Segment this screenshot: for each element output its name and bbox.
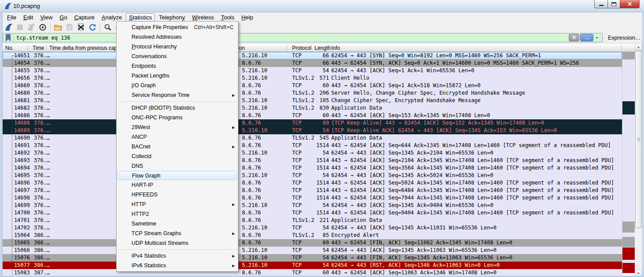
menu-item-ipv4-statistics[interactable]: IPv4 Statistics▶ bbox=[117, 251, 238, 261]
column-divider[interactable] bbox=[46, 45, 47, 50]
menu-view[interactable]: View bbox=[37, 13, 55, 22]
menu-help[interactable]: Help bbox=[238, 13, 256, 22]
menu-item-hpfeeds[interactable]: HPFEEDS bbox=[117, 190, 238, 199]
expression-button[interactable]: Expression… bbox=[603, 35, 644, 41]
menu-item-http[interactable]: HTTP▶ bbox=[117, 199, 238, 209]
packet-row-15066[interactable]: 15066386.…5.216.10TCP5462454 → 443 [ACK]… bbox=[3, 247, 622, 254]
column-info[interactable]: Info bbox=[331, 45, 340, 51]
menu-item-29west[interactable]: 29West▶ bbox=[117, 122, 238, 132]
packet-row-15076[interactable]: 15076386.…5.216.10TCP5462454 → 443 [FIN,… bbox=[3, 254, 622, 262]
packet-row-14689[interactable]: 14689376.…5.216.10TCP54[TCP Keep-Alive A… bbox=[3, 127, 622, 134]
scrollbar-thumb[interactable] bbox=[635, 51, 642, 228]
menu-item-collectd[interactable]: Collectd bbox=[117, 151, 238, 161]
filter-history-dropdown[interactable]: ▼ bbox=[593, 34, 600, 41]
menu-statistics[interactable]: Statistics bbox=[126, 13, 155, 22]
packet-row-14681[interactable]: 14681376.…5.216.10TLSv1.2105Change Ciphe… bbox=[3, 97, 622, 104]
open-file-icon[interactable] bbox=[52, 22, 64, 32]
vertical-scrollbar[interactable]: ▲ ▼ bbox=[635, 43, 642, 277]
menu-item-http2[interactable]: HTTP2 bbox=[117, 209, 238, 219]
menu-file[interactable]: File bbox=[4, 13, 19, 22]
packet-row-15077[interactable]: 15077386.…5.216.10TCP5462454 → 443 [RST,… bbox=[3, 262, 622, 269]
column-divider[interactable] bbox=[27, 45, 28, 50]
packet-row-14702[interactable]: 14702376.…5.216.10TCP5462454 → 443 [ACK]… bbox=[3, 224, 622, 232]
filter-bookmark-button[interactable] bbox=[3, 33, 14, 42]
filter-apply-button[interactable]: → bbox=[580, 34, 593, 41]
menu-item-tcp-stream-graphs[interactable]: TCP Stream Graphs▶ bbox=[117, 229, 238, 238]
menu-item-udp-multicast-streams[interactable]: UDP Multicast Streams bbox=[117, 238, 238, 248]
column-destination-partial[interactable]: on bbox=[239, 45, 245, 51]
display-filter-input[interactable]: tcp.stream eq 136 ✕ → ▼ bbox=[3, 33, 603, 42]
menu-item-hart-ip[interactable]: HART-IP bbox=[117, 180, 238, 190]
reload-icon[interactable] bbox=[87, 22, 98, 32]
packet-row-14682[interactable]: 14682376.…5.216.10TLSv1.2830Application … bbox=[3, 104, 622, 112]
packet-row-14660[interactable]: 14660376.…8.6.76TCP60443 → 62454 [ACK] S… bbox=[3, 82, 622, 89]
packet-row-14700[interactable]: 14700376.…8.6.76TCP1514443 → 62454 [ACK]… bbox=[3, 209, 622, 217]
menu-item-flow-graph[interactable]: Flow Graph bbox=[117, 171, 237, 180]
packet-row-15064[interactable]: 15064386.…8.6.76TLSv1.285Encrypted Alert bbox=[3, 232, 622, 239]
menu-edit[interactable]: Edit bbox=[20, 13, 36, 22]
menu-item-capture-file-properties[interactable]: Capture File PropertiesCtrl+Alt+Shift+C bbox=[117, 22, 238, 32]
menu-item-i-o-graph[interactable]: I/O Graph bbox=[117, 81, 238, 90]
column-protocol[interactable]: Protocol bbox=[292, 45, 311, 51]
close-button[interactable]: ✕ bbox=[620, 0, 640, 8]
menu-item-protocol-hierarchy[interactable]: Protocol Hierarchy bbox=[117, 42, 238, 52]
packet-row-14695[interactable]: 14695376.…5.216.10TCP5462454 → 443 [ACK]… bbox=[3, 172, 622, 179]
packet-row-14690[interactable]: 14690376.…8.6.76TLSv1.2545Application Da… bbox=[3, 134, 622, 142]
column-divider[interactable] bbox=[287, 45, 287, 50]
scroll-up-button[interactable]: ▲ bbox=[635, 43, 642, 51]
menu-capture[interactable]: Capture bbox=[71, 13, 98, 22]
menu-tools[interactable]: Tools bbox=[218, 13, 237, 22]
filter-expression-text[interactable]: tcp.stream eq 136 bbox=[14, 35, 569, 41]
packet-row-15083[interactable]: 15083387.…8.6.76TCP60443 → 62454 [ACK] S… bbox=[3, 269, 622, 276]
packet-row-14696[interactable]: 14696376.…8.6.76TCP1514443 → 62454 [ACK]… bbox=[3, 179, 622, 187]
start-capture-icon[interactable] bbox=[3, 22, 14, 32]
packet-row-14698[interactable]: 14698376.…8.6.76TCP1514443 → 62454 [ACK]… bbox=[3, 194, 622, 202]
find-packet-icon[interactable] bbox=[102, 22, 113, 32]
menu-item-onc-rpc-programs[interactable]: ONC-RPC Programs bbox=[117, 113, 238, 122]
maximize-button[interactable] bbox=[607, 0, 620, 8]
column-divider[interactable] bbox=[311, 45, 311, 50]
menu-item-endpoints[interactable]: Endpoints bbox=[117, 61, 238, 71]
menu-item-resolved-addresses[interactable]: Resolved Addresses bbox=[117, 32, 238, 42]
packet-row-14701[interactable]: 14701376.…8.6.76TLSv1.2221Application Da… bbox=[3, 217, 622, 224]
menu-wireless[interactable]: Wireless bbox=[189, 13, 217, 22]
menu-item-dns[interactable]: DNS bbox=[117, 161, 238, 171]
packet-row-14680[interactable]: 14680376.…8.6.76TLSv1.2206Server Hello, … bbox=[3, 89, 622, 97]
column-divider[interactable] bbox=[329, 45, 329, 50]
menu-item-ipv6-statistics[interactable]: IPv6 Statistics▶ bbox=[117, 261, 238, 270]
titlebar[interactable]: 10.pcapng ✕ bbox=[0, 0, 644, 12]
menu-item-service-response-time[interactable]: Service Response Time▶ bbox=[117, 90, 238, 100]
packet-row-14697[interactable]: 14697376.…8.6.76TCP1514443 → 62454 [ACK]… bbox=[3, 187, 622, 194]
menu-item-sametime[interactable]: Sametime bbox=[117, 219, 238, 229]
packet-row-14699[interactable]: 14699376.…5.216.10TCP5462454 → 443 [ACK]… bbox=[3, 202, 622, 209]
packet-row-14694[interactable]: 14694376.…8.6.76TCP1514443 → 62454 [ACK]… bbox=[3, 164, 622, 172]
menu-analyze[interactable]: Analyze bbox=[99, 13, 125, 22]
menu-item-packet-lengths[interactable]: Packet Lengths bbox=[117, 71, 238, 81]
column-time[interactable]: Time bbox=[33, 45, 44, 51]
packet-row-14688[interactable]: 14688376.…8.6.76TCP60[TCP Keep-Alive] 44… bbox=[3, 119, 622, 127]
packet-row-14693[interactable]: 14693376.…8.6.76TCP1514443 → 62454 [ACK]… bbox=[3, 157, 622, 164]
packet-row-14691[interactable]: 14691376.…8.6.76TCP1514443 → 62454 [ACK]… bbox=[3, 142, 622, 149]
menu-telephony[interactable]: Telephony bbox=[156, 13, 188, 22]
menu-item-ancp[interactable]: ANCP bbox=[117, 132, 238, 142]
packet-row-15065[interactable]: 15065386.…8.6.76TCP60443 → 62454 [FIN, A… bbox=[3, 239, 622, 247]
menu-item-dhcp-bootp-statistics[interactable]: DHCP (BOOTP) Statistics bbox=[117, 103, 238, 113]
minimize-button[interactable] bbox=[594, 0, 607, 8]
packet-row-14656[interactable]: 14656376.…5.216.10TLSv1.2571Client Hello bbox=[3, 74, 622, 82]
close-file-icon[interactable] bbox=[75, 22, 87, 32]
menu-item-conversations[interactable]: Conversations bbox=[117, 52, 238, 61]
column-no[interactable]: No. bbox=[5, 45, 14, 51]
packet-list-minimap[interactable] bbox=[622, 52, 635, 277]
column-length[interactable]: Length bbox=[315, 45, 331, 51]
column-divider[interactable] bbox=[621, 45, 622, 50]
filter-clear-button[interactable]: ✕ bbox=[569, 34, 579, 41]
packet-row-14655[interactable]: 14655376.…5.216.10TCP5462454 → 443 [ACK]… bbox=[3, 67, 622, 74]
packet-row-14654[interactable]: 14654376.…8.6.76TCP66443 → 62454 [SYN, A… bbox=[3, 59, 622, 67]
menu-item-bacnet[interactable]: BACnet▶ bbox=[117, 142, 238, 151]
packet-row-14692[interactable]: 14692376.…5.216.10TCP5462454 → 443 [ACK]… bbox=[3, 149, 622, 157]
capture-options-icon[interactable] bbox=[37, 22, 48, 32]
menu-go[interactable]: Go bbox=[56, 13, 70, 22]
packet-row-14686[interactable]: 14686376.…8.6.76TCP60443 → 62454 [ACK] S… bbox=[3, 112, 622, 119]
column-time-delta[interactable]: Time delta from previous capt bbox=[49, 45, 119, 51]
packet-row-14651[interactable]: 14651376.…5.216.10TCP6662454 → 443 [SYN]… bbox=[3, 52, 622, 59]
